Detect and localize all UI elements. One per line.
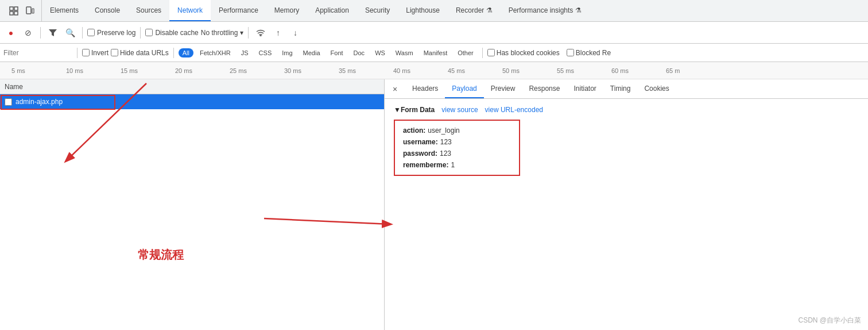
- view-source-link[interactable]: view source: [441, 106, 478, 114]
- filter-js-button[interactable]: JS: [237, 48, 253, 57]
- tab-console[interactable]: Console: [87, 0, 128, 21]
- preserve-log-checkbox[interactable]: Preserve log: [87, 29, 135, 37]
- tab-recorder[interactable]: Recorder ⚗: [448, 0, 501, 21]
- sep-2: [82, 27, 83, 39]
- main-content: Name admin-ajax.php × Headers: [0, 79, 868, 330]
- invert-checkbox[interactable]: Invert: [82, 49, 108, 57]
- detail-panel: × Headers Payload Preview Response Initi…: [385, 79, 868, 330]
- filter-css-button[interactable]: CSS: [255, 48, 276, 57]
- toolbar: ● ⊘ 🔍 Preserve log Disable cache No thro…: [0, 22, 868, 44]
- svg-rect-0: [10, 7, 13, 10]
- timeline-35ms: 35 ms: [339, 67, 356, 74]
- form-data-row-action: action: user_login: [403, 126, 511, 135]
- tab-cookies[interactable]: Cookies: [637, 79, 676, 98]
- devtools-icon-1[interactable]: [7, 4, 21, 18]
- close-detail-button[interactable]: ×: [387, 81, 403, 97]
- form-data-title: ▼Form Data: [394, 106, 435, 114]
- blocked-cookies-checkbox[interactable]: Has blocked cookies: [487, 49, 560, 57]
- timeline-10ms: 10 ms: [66, 67, 83, 74]
- view-url-encoded-link[interactable]: view URL-encoded: [485, 106, 543, 114]
- devtools-icon-2[interactable]: [23, 4, 37, 18]
- blocked-re-checkbox[interactable]: Blocked Re: [567, 49, 611, 57]
- tab-headers[interactable]: Headers: [405, 79, 445, 98]
- svg-marker-6: [49, 29, 57, 36]
- table-row[interactable]: admin-ajax.php: [0, 94, 384, 109]
- tab-memory[interactable]: Memory: [266, 0, 307, 21]
- filter-fetch-xhr-button[interactable]: Fetch/XHR: [196, 48, 235, 57]
- svg-point-7: [261, 35, 262, 36]
- tab-performance[interactable]: Performance: [211, 0, 266, 21]
- row-name: admin-ajax.php: [16, 98, 63, 106]
- timeline-row: 5 ms 10 ms 15 ms 20 ms 25 ms 30 ms 35 ms…: [0, 62, 868, 79]
- form-data-header: ▼Form Data view source view URL-encoded: [394, 106, 859, 114]
- filter-sep-3: [482, 48, 483, 58]
- filter-img-button[interactable]: Img: [278, 48, 296, 57]
- tab-elements[interactable]: Elements: [42, 0, 87, 21]
- timeline-55ms: 55 ms: [557, 67, 574, 74]
- sep-3: [140, 27, 141, 39]
- svg-rect-2: [10, 11, 13, 15]
- wifi-icon[interactable]: [253, 25, 268, 40]
- download-icon[interactable]: ↓: [288, 25, 303, 40]
- network-list-body: admin-ajax.php: [0, 94, 384, 330]
- form-data-row-password: password: 123: [403, 149, 511, 158]
- svg-rect-5: [32, 9, 34, 13]
- search-icon[interactable]: 🔍: [63, 25, 78, 40]
- filter-wasm-button[interactable]: Wasm: [392, 48, 417, 57]
- clear-button[interactable]: ⊘: [21, 25, 36, 40]
- timeline-60ms: 60 ms: [611, 67, 629, 74]
- tab-sources[interactable]: Sources: [128, 0, 169, 21]
- form-data-row-rememberme: rememberme: 1: [403, 161, 511, 169]
- timeline-30ms: 30 ms: [284, 67, 301, 74]
- timeline-5ms: 5 ms: [11, 67, 25, 74]
- tab-network[interactable]: Network: [169, 0, 211, 21]
- hide-data-urls-checkbox[interactable]: Hide data URLs: [111, 49, 169, 57]
- filter-sep-2: [173, 48, 174, 58]
- devtools-icons: [2, 0, 42, 21]
- timeline-20ms: 20 ms: [175, 67, 192, 74]
- form-data-row-username: username: 123: [403, 138, 511, 146]
- tab-application[interactable]: Application: [307, 0, 357, 21]
- timeline-25ms: 25 ms: [230, 67, 247, 74]
- timeline-65ms: 65 m: [666, 67, 680, 74]
- tab-initiator[interactable]: Initiator: [567, 79, 603, 98]
- timeline-15ms: 15 ms: [121, 67, 138, 74]
- col-name-header: Name: [5, 83, 23, 91]
- network-list-panel: Name admin-ajax.php: [0, 79, 385, 330]
- record-button[interactable]: ●: [3, 25, 18, 40]
- network-list-header: Name: [0, 79, 384, 94]
- throttle-select[interactable]: No throttling ▾: [201, 29, 244, 37]
- filter-row: Invert Hide data URLs All Fetch/XHR JS C…: [0, 44, 868, 62]
- detail-body: ▼Form Data view source view URL-encoded …: [385, 99, 868, 330]
- sep-1: [40, 27, 41, 39]
- filter-other-button[interactable]: Other: [454, 48, 478, 57]
- tab-response[interactable]: Response: [522, 79, 567, 98]
- filter-manifest-button[interactable]: Manifest: [420, 48, 452, 57]
- filter-doc-button[interactable]: Doc: [350, 48, 369, 57]
- filter-input[interactable]: [3, 49, 72, 57]
- svg-rect-1: [14, 7, 18, 10]
- tab-perf-insights[interactable]: Performance insights ⚗: [501, 0, 590, 21]
- tab-timing[interactable]: Timing: [603, 79, 638, 98]
- filter-icon[interactable]: [45, 25, 60, 40]
- row-checkbox[interactable]: [5, 98, 12, 106]
- tab-security[interactable]: Security: [357, 0, 398, 21]
- filter-sep: [77, 48, 78, 58]
- svg-rect-4: [26, 7, 31, 14]
- filter-media-button[interactable]: Media: [299, 48, 324, 57]
- tab-lighthouse[interactable]: Lighthouse: [398, 0, 448, 21]
- filter-font-button[interactable]: Font: [327, 48, 347, 57]
- filter-all-button[interactable]: All: [179, 48, 193, 57]
- sep-4: [248, 27, 249, 39]
- tab-payload[interactable]: Payload: [445, 79, 483, 98]
- watermark: CSDN @自学小白菜: [798, 316, 861, 325]
- timeline-50ms: 50 ms: [502, 67, 520, 74]
- timeline-45ms: 45 ms: [448, 67, 465, 74]
- upload-icon[interactable]: ↑: [270, 25, 285, 40]
- timeline-labels: 5 ms 10 ms 15 ms 20 ms 25 ms 30 ms 35 ms…: [0, 62, 868, 79]
- tab-preview[interactable]: Preview: [484, 79, 522, 98]
- tab-bar: Elements Console Sources Network Perform…: [0, 0, 868, 22]
- svg-rect-3: [14, 11, 18, 15]
- disable-cache-checkbox[interactable]: Disable cache: [145, 29, 198, 37]
- filter-ws-button[interactable]: WS: [371, 48, 389, 57]
